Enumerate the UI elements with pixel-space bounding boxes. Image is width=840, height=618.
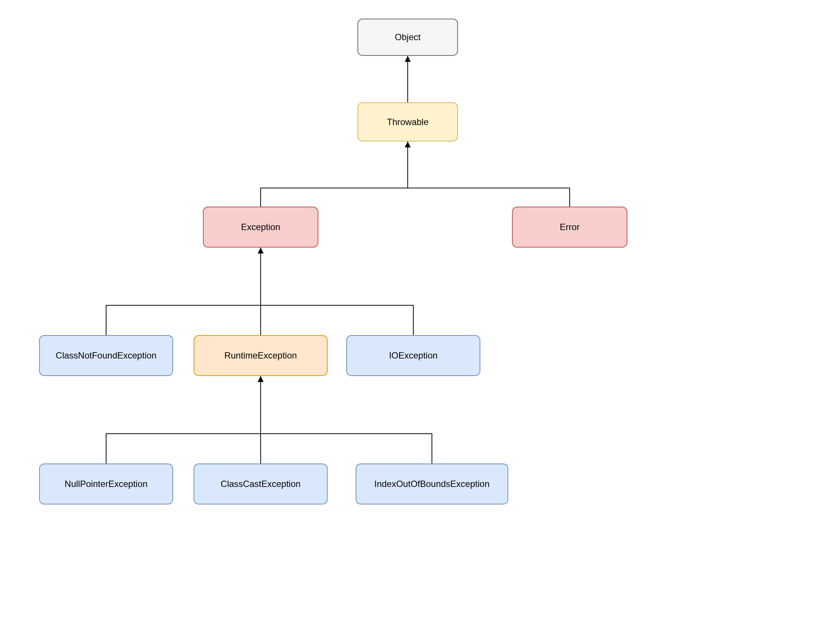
node-indexoutofboundsexception: IndexOutOfBoundsException: [355, 464, 508, 504]
node-nullpointerexception: NullPointerException: [39, 464, 173, 504]
node-throwable: Throwable: [357, 103, 458, 141]
node-error: Error: [512, 206, 627, 248]
diagram-canvas: Object Throwable Exception Error ClassNo…: [0, 0, 840, 618]
node-runtimeexception: RuntimeException: [193, 335, 328, 376]
node-label: RuntimeException: [224, 350, 297, 361]
node-label: ClassNotFoundException: [56, 350, 157, 361]
node-classnotfoundexception: ClassNotFoundException: [39, 335, 173, 376]
node-label: Throwable: [387, 117, 428, 127]
node-label: Exception: [241, 222, 280, 232]
node-exception: Exception: [203, 206, 318, 248]
node-label: NullPointerException: [65, 479, 148, 489]
node-label: ClassCastException: [221, 479, 301, 489]
edges-layer: [0, 0, 840, 618]
node-label: Error: [560, 222, 579, 232]
node-classcastexception: ClassCastException: [193, 464, 328, 504]
node-label: Object: [395, 32, 420, 42]
node-label: IndexOutOfBoundsException: [374, 479, 490, 489]
node-ioexception: IOException: [346, 335, 480, 376]
node-label: IOException: [389, 350, 438, 361]
node-object: Object: [357, 19, 458, 56]
